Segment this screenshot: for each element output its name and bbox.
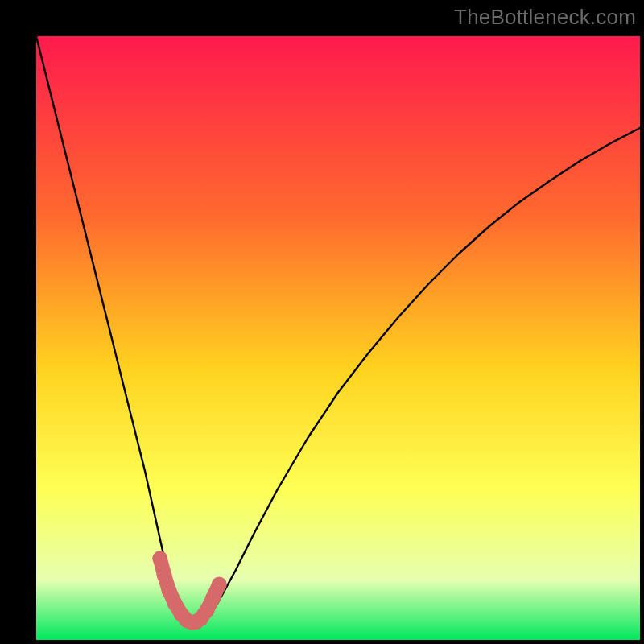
watermark-text: TheBottleneck.com [454,5,636,30]
chart-frame: TheBottleneck.com [0,0,644,644]
plot-area [36,36,640,640]
highlight-dot [212,577,227,592]
highlight-dot [152,551,167,566]
highlight-dot [162,583,177,598]
highlight-dot [205,590,221,605]
chart-svg [36,36,640,640]
highlight-dot [157,568,172,583]
gradient-background [36,36,640,640]
